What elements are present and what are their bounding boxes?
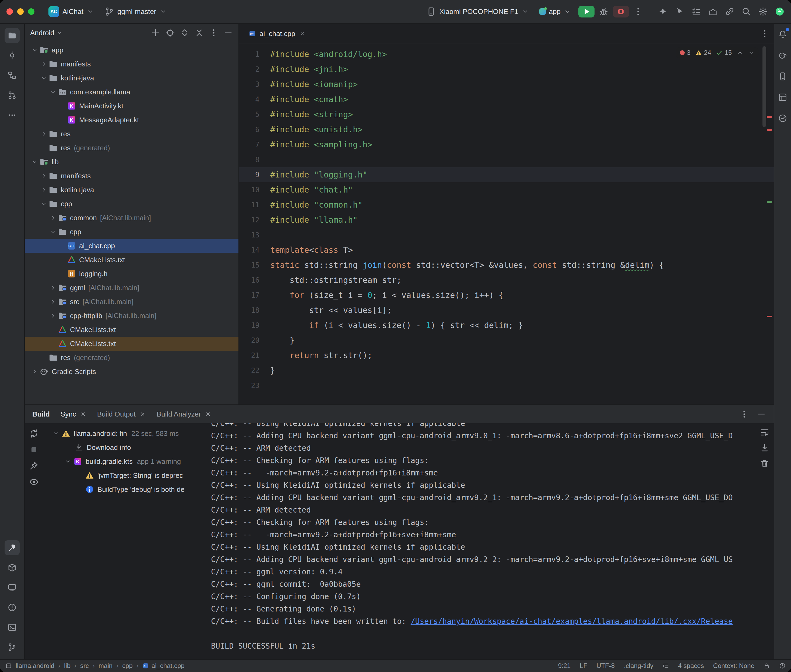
tree-item-manifests[interactable]: manifests: [25, 169, 239, 183]
packages-tool-icon[interactable]: [5, 560, 20, 575]
run-button[interactable]: [578, 6, 595, 18]
tree-item-cpp[interactable]: cpp: [25, 197, 239, 211]
notifications-icon[interactable]: [776, 28, 789, 41]
rerun-build-icon[interactable]: [29, 429, 39, 438]
code-line-4[interactable]: 4#include <cmath>: [239, 92, 774, 107]
tree-item-cmakelists-txt[interactable]: CMakeLists.txt: [25, 323, 239, 337]
lock-icon[interactable]: [764, 662, 770, 669]
ai-assistant-icon[interactable]: [658, 7, 668, 16]
locate-file-icon[interactable]: [165, 28, 175, 38]
collapse-all-icon[interactable]: [194, 28, 204, 38]
stop-build-icon[interactable]: [29, 445, 39, 454]
close-tab-icon[interactable]: [205, 411, 211, 418]
branch-selector[interactable]: ggml-master: [101, 5, 170, 19]
code-line-14[interactable]: 14template<class T>: [239, 243, 774, 258]
tree-item-res[interactable]: res(generated): [25, 141, 239, 155]
tree-item-kotlin-java[interactable]: kotlin+java: [25, 71, 239, 85]
tree-item-ggml[interactable]: ggml[AiChat.lib.main]: [25, 281, 239, 295]
tree-item-kotlin-java[interactable]: kotlin+java: [25, 183, 239, 197]
tree-item-mainactivity-kt[interactable]: KMainActivity.kt: [25, 99, 239, 113]
tree-item-src[interactable]: src[AiChat.lib.main]: [25, 295, 239, 309]
code-line-20[interactable]: 20 }: [239, 333, 774, 348]
build-tree-item-build-gradle-kts[interactable]: Kbuild.gradle.ktsapp 1 warning: [43, 454, 205, 469]
pin-icon[interactable]: [29, 461, 39, 470]
error-mark[interactable]: [767, 116, 772, 118]
code-line-19[interactable]: 19 if (i < values.size() - 1) { str << d…: [239, 318, 774, 333]
project-selector[interactable]: AC AiChat: [45, 4, 97, 19]
run-config-selector[interactable]: app: [536, 5, 574, 18]
zoom-window-button[interactable]: [28, 8, 34, 15]
error-mark[interactable]: [767, 316, 772, 317]
minimize-window-button[interactable]: [17, 8, 24, 15]
add-icon[interactable]: [151, 28, 160, 38]
clear-console-icon[interactable]: [760, 459, 770, 469]
scroll-to-end-icon[interactable]: [760, 443, 770, 453]
caret-position[interactable]: 9:21: [558, 662, 571, 670]
next-issue-icon[interactable]: [748, 50, 754, 56]
code-editor[interactable]: 1#include <android/log.h>2#include <jni.…: [239, 44, 774, 405]
pointer-mode-icon[interactable]: [675, 7, 684, 16]
tree-item-cmakelists-txt[interactable]: CMakeLists.txt: [25, 253, 239, 267]
breadcrumb-main[interactable]: main: [98, 662, 112, 670]
code-style-icon[interactable]: [663, 662, 669, 669]
link-icon[interactable]: [725, 7, 735, 16]
profile-avatar[interactable]: [775, 7, 785, 16]
project-view-selector[interactable]: Android: [30, 29, 55, 37]
code-line-22[interactable]: 22}: [239, 363, 774, 378]
breadcrumb-lib[interactable]: lib: [64, 662, 71, 670]
code-line-9[interactable]: 9#include "logging.h": [239, 167, 774, 182]
run-options-menu-icon[interactable]: [633, 7, 643, 16]
code-line-15[interactable]: 15static std::string join(const std::vec…: [239, 258, 774, 273]
panel-options-icon[interactable]: [209, 28, 218, 38]
project-tool-icon[interactable]: [5, 28, 20, 43]
tree-item-logging-h[interactable]: Hlogging.h: [25, 267, 239, 281]
tree-item-lib[interactable]: lib: [25, 155, 239, 169]
tree-item-cpp-httplib[interactable]: cpp-httplib[AiChat.lib.main]: [25, 309, 239, 323]
build-tree-item-buildtype-debug-is-both-de[interactable]: BuildType 'debug' is both de: [43, 482, 205, 496]
error-count[interactable]: 3: [680, 49, 690, 56]
console-link[interactable]: /Users/hanyin/Workspace/ai-chat/examples…: [411, 617, 733, 626]
indent-setting[interactable]: 4 spaces: [678, 662, 704, 670]
project-tree[interactable]: appmanifestskotlin+javacom.example.llama…: [25, 42, 239, 405]
tree-item-manifests[interactable]: manifests: [25, 57, 239, 71]
tree-item-cmakelists-txt[interactable]: CMakeLists.txt: [25, 337, 239, 350]
pull-requests-tool-icon[interactable]: [5, 88, 20, 103]
code-line-23[interactable]: 23: [239, 378, 774, 393]
build-console[interactable]: C/C++: -- Using KleidiAI optimized kerne…: [205, 423, 774, 659]
tree-item-common[interactable]: common[AiChat.lib.main]: [25, 211, 239, 225]
stop-button[interactable]: [613, 6, 629, 18]
expand-all-icon[interactable]: [180, 28, 189, 38]
hide-panel-icon[interactable]: [223, 28, 233, 38]
layout-inspector-icon[interactable]: [776, 91, 789, 104]
tree-item-cpp[interactable]: cpp: [25, 225, 239, 239]
build-tool-icon[interactable]: [5, 540, 20, 555]
inspections-widget[interactable]: 3 24 15: [675, 47, 759, 58]
file-encoding[interactable]: UTF-8: [597, 662, 615, 670]
editor-scrollbar[interactable]: [762, 46, 766, 127]
close-window-button[interactable]: [6, 8, 13, 15]
close-tab-icon[interactable]: [140, 411, 146, 418]
ok-mark[interactable]: [767, 201, 772, 203]
terminal-tool-icon[interactable]: [5, 620, 20, 635]
code-line-17[interactable]: 17 for (size_t i = 0; i < values.size();…: [239, 288, 774, 303]
running-devices-tool-icon[interactable]: [5, 580, 20, 595]
breadcrumb-ai-chat-cpp[interactable]: C++ai_chat.cpp: [142, 662, 185, 670]
warning-count[interactable]: 24: [695, 49, 711, 56]
code-line-13[interactable]: 13: [239, 227, 774, 243]
close-tab-icon[interactable]: [299, 30, 305, 37]
editor-tabs-options-icon[interactable]: [760, 29, 770, 38]
build-tab-sync[interactable]: Sync: [61, 410, 87, 418]
filter-output-icon[interactable]: [29, 477, 39, 487]
tree-item-res[interactable]: res(generated): [25, 350, 239, 365]
code-line-12[interactable]: 12#include "llama.h": [239, 213, 774, 227]
gradle-tool-icon[interactable]: [776, 49, 789, 62]
analyzer-status[interactable]: .clang-tidy: [624, 662, 653, 670]
build-options-icon[interactable]: [739, 409, 749, 419]
code-line-21[interactable]: 21 return str.str();: [239, 348, 774, 363]
code-line-2[interactable]: 2#include <jni.h>: [239, 62, 774, 77]
error-mark[interactable]: [767, 129, 772, 131]
breadcrumb-src[interactable]: src: [80, 662, 89, 670]
close-tab-icon[interactable]: [80, 411, 87, 418]
code-line-6[interactable]: 6#include <unistd.h>: [239, 122, 774, 137]
editor-tab[interactable]: C++ ai_chat.cpp: [243, 24, 311, 43]
